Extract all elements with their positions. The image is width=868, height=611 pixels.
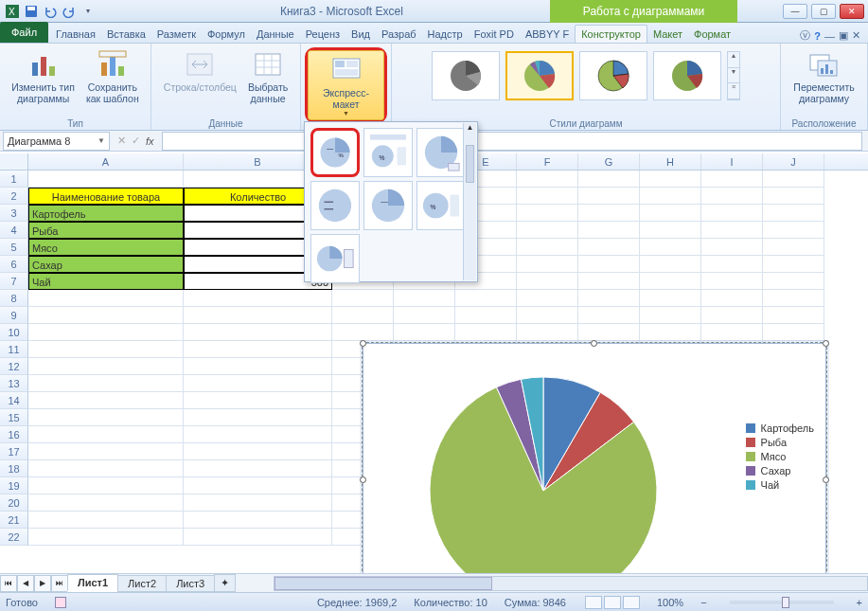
- cell[interactable]: [517, 290, 578, 307]
- express-layout-button[interactable]: Экспресс-макет ▼: [308, 50, 384, 120]
- select-data-button[interactable]: Выбрать данные: [242, 45, 293, 114]
- chart-layout-gallery-popup[interactable]: —% % — % ▲: [304, 121, 478, 282]
- tab-file[interactable]: Файл: [0, 22, 48, 43]
- cell[interactable]: [455, 307, 517, 324]
- view-page-break-button[interactable]: [623, 596, 640, 609]
- cell[interactable]: [332, 307, 394, 324]
- macro-record-icon[interactable]: [55, 597, 66, 608]
- cell[interactable]: [517, 256, 578, 273]
- tab-developer[interactable]: Разраб: [376, 26, 422, 43]
- cell[interactable]: [28, 529, 184, 546]
- row-header[interactable]: 8: [0, 290, 28, 307]
- qat-customize-icon[interactable]: ▾: [80, 3, 97, 20]
- cell[interactable]: [640, 188, 701, 205]
- view-page-layout-button[interactable]: [604, 596, 621, 609]
- cell[interactable]: [763, 222, 824, 239]
- cell[interactable]: [517, 222, 578, 239]
- name-box-dropdown-icon[interactable]: ▼: [97, 136, 105, 145]
- row-header[interactable]: 10: [0, 324, 28, 341]
- cell[interactable]: [763, 239, 824, 256]
- minimize-button[interactable]: —: [783, 4, 807, 19]
- cell[interactable]: [517, 273, 578, 290]
- cell[interactable]: [184, 477, 332, 494]
- tab-formulas[interactable]: Формул: [202, 26, 251, 43]
- workbook-close-icon[interactable]: ✕: [852, 29, 860, 42]
- layout-option-6[interactable]: %: [416, 181, 466, 230]
- tab-page-layout[interactable]: Разметк: [151, 26, 202, 43]
- row-header[interactable]: 16: [0, 426, 28, 443]
- cell[interactable]: [28, 290, 184, 307]
- cell[interactable]: [640, 205, 701, 222]
- tab-view[interactable]: Вид: [345, 26, 376, 43]
- switch-row-column-button[interactable]: Строка/столбец: [158, 45, 242, 114]
- cell[interactable]: [455, 324, 517, 341]
- row-header[interactable]: 20: [0, 494, 28, 512]
- cell[interactable]: [640, 171, 701, 188]
- cell[interactable]: [578, 205, 640, 222]
- cell[interactable]: [28, 443, 184, 460]
- cell[interactable]: [640, 222, 701, 239]
- cell[interactable]: [394, 324, 455, 341]
- cell[interactable]: [184, 324, 332, 341]
- cell[interactable]: [184, 358, 332, 375]
- save-as-template-button[interactable]: Сохранить как шаблон: [80, 45, 145, 114]
- row-header[interactable]: 13: [0, 375, 28, 392]
- cell[interactable]: [640, 307, 701, 324]
- row-header[interactable]: 18: [0, 460, 28, 477]
- tab-foxit[interactable]: Foxit PD: [469, 26, 520, 43]
- layout-popup-scrollbar[interactable]: ▲: [463, 123, 476, 280]
- cell[interactable]: [578, 239, 640, 256]
- col-header-I[interactable]: I: [701, 153, 763, 170]
- cell[interactable]: [640, 290, 701, 307]
- col-header-H[interactable]: H: [640, 153, 701, 170]
- fx-icon[interactable]: fx: [146, 135, 154, 147]
- cell[interactable]: [701, 324, 763, 341]
- cell[interactable]: [28, 324, 184, 341]
- row-header[interactable]: 5: [0, 239, 28, 256]
- cell[interactable]: [184, 409, 332, 426]
- cell[interactable]: Сахар: [28, 256, 184, 273]
- tab-home[interactable]: Главная: [50, 26, 101, 43]
- cell[interactable]: [184, 290, 332, 307]
- cell[interactable]: [640, 324, 701, 341]
- enter-formula-icon[interactable]: ✓: [132, 135, 140, 147]
- cell[interactable]: [28, 409, 184, 426]
- tab-data[interactable]: Данные: [251, 26, 300, 43]
- row-header[interactable]: 4: [0, 222, 28, 239]
- cell[interactable]: [394, 307, 455, 324]
- layout-option-4[interactable]: [310, 181, 360, 230]
- row-header[interactable]: 7: [0, 273, 28, 290]
- cell[interactable]: [578, 256, 640, 273]
- row-header[interactable]: 19: [0, 477, 28, 494]
- chart-legend[interactable]: КартофельРыбаМясоСахарЧай: [746, 420, 814, 494]
- row-header[interactable]: 11: [0, 341, 28, 358]
- close-button[interactable]: ✕: [840, 4, 864, 19]
- cell[interactable]: [28, 307, 184, 324]
- col-header-G[interactable]: G: [578, 153, 640, 170]
- cell[interactable]: [28, 426, 184, 443]
- sheet-tab-1[interactable]: Лист1: [67, 574, 118, 592]
- cell[interactable]: [184, 341, 332, 358]
- cell[interactable]: [701, 307, 763, 324]
- cell[interactable]: [28, 477, 184, 494]
- sheet-nav-last[interactable]: ⏭: [51, 575, 68, 592]
- tab-insert[interactable]: Вставка: [101, 26, 151, 43]
- cell[interactable]: [763, 205, 824, 222]
- cell[interactable]: [701, 273, 763, 290]
- cell[interactable]: [701, 290, 763, 307]
- cell[interactable]: [28, 375, 184, 392]
- row-header[interactable]: 14: [0, 392, 28, 409]
- cell[interactable]: [701, 171, 763, 188]
- cell[interactable]: [763, 307, 824, 324]
- cell[interactable]: [517, 188, 578, 205]
- row-header[interactable]: 17: [0, 443, 28, 460]
- col-header-A[interactable]: A: [28, 153, 184, 170]
- embedded-pie-chart[interactable]: КартофельРыбаМясоСахарЧай: [363, 343, 826, 573]
- cell[interactable]: [184, 443, 332, 460]
- redo-icon[interactable]: [61, 3, 78, 20]
- layout-option-2[interactable]: %: [363, 128, 413, 177]
- tab-abbyy[interactable]: ABBYY F: [520, 26, 575, 43]
- col-header-F[interactable]: F: [517, 153, 578, 170]
- legend-item[interactable]: Мясо: [746, 451, 814, 462]
- cell[interactable]: [394, 290, 455, 307]
